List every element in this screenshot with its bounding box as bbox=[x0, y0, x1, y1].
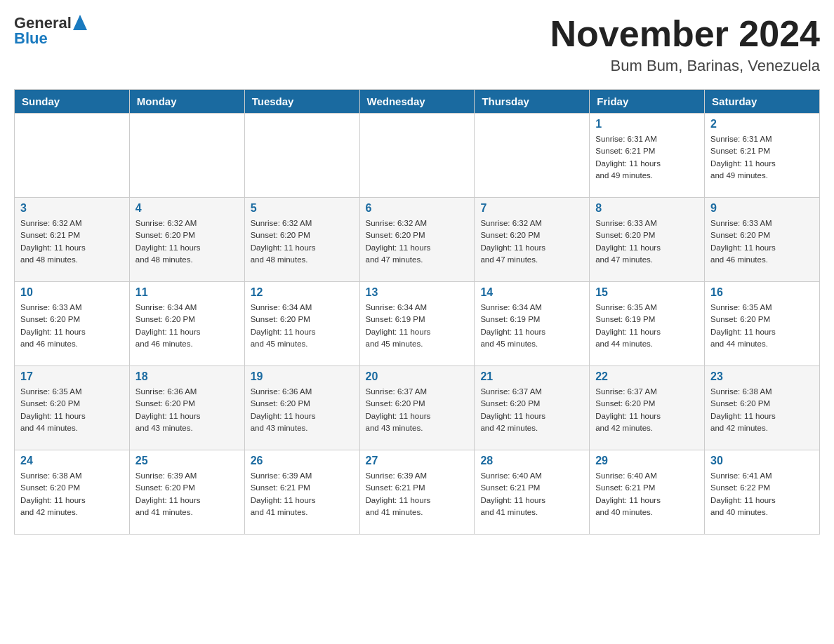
logo-blue-text: Blue bbox=[14, 29, 48, 48]
day-number: 11 bbox=[135, 286, 239, 299]
calendar-cell: 19Sunrise: 6:36 AM Sunset: 6:20 PM Dayli… bbox=[244, 366, 359, 450]
calendar-cell: 11Sunrise: 6:34 AM Sunset: 6:20 PM Dayli… bbox=[129, 282, 244, 366]
calendar-cell: 14Sunrise: 6:34 AM Sunset: 6:19 PM Dayli… bbox=[475, 282, 590, 366]
day-number: 7 bbox=[480, 202, 583, 215]
day-info: Sunrise: 6:39 AM Sunset: 6:21 PM Dayligh… bbox=[251, 470, 354, 518]
day-info: Sunrise: 6:40 AM Sunset: 6:21 PM Dayligh… bbox=[480, 470, 583, 518]
calendar-cell: 24Sunrise: 6:38 AM Sunset: 6:20 PM Dayli… bbox=[15, 450, 130, 535]
day-info: Sunrise: 6:37 AM Sunset: 6:20 PM Dayligh… bbox=[366, 386, 469, 434]
calendar-cell: 27Sunrise: 6:39 AM Sunset: 6:21 PM Dayli… bbox=[359, 450, 475, 535]
calendar-cell: 26Sunrise: 6:39 AM Sunset: 6:21 PM Dayli… bbox=[244, 450, 359, 535]
day-number: 13 bbox=[366, 286, 469, 299]
day-info: Sunrise: 6:32 AM Sunset: 6:20 PM Dayligh… bbox=[135, 217, 239, 266]
day-number: 10 bbox=[20, 286, 124, 299]
calendar-cell: 10Sunrise: 6:33 AM Sunset: 6:20 PM Dayli… bbox=[15, 282, 130, 366]
calendar-cell: 3Sunrise: 6:32 AM Sunset: 6:21 PM Daylig… bbox=[15, 198, 130, 282]
day-info: Sunrise: 6:41 AM Sunset: 6:22 PM Dayligh… bbox=[710, 470, 814, 518]
logo-triangle-icon bbox=[73, 15, 87, 30]
day-header-tuesday: Tuesday bbox=[244, 90, 359, 114]
day-info: Sunrise: 6:37 AM Sunset: 6:20 PM Dayligh… bbox=[480, 386, 583, 434]
calendar-cell: 20Sunrise: 6:37 AM Sunset: 6:20 PM Dayli… bbox=[359, 366, 475, 450]
calendar-cell: 1Sunrise: 6:31 AM Sunset: 6:21 PM Daylig… bbox=[590, 114, 705, 198]
day-number: 22 bbox=[595, 370, 699, 383]
calendar-cell: 9Sunrise: 6:33 AM Sunset: 6:20 PM Daylig… bbox=[705, 198, 820, 282]
day-number: 8 bbox=[595, 202, 699, 215]
calendar-week-3: 10Sunrise: 6:33 AM Sunset: 6:20 PM Dayli… bbox=[15, 282, 820, 366]
day-info: Sunrise: 6:34 AM Sunset: 6:19 PM Dayligh… bbox=[366, 302, 469, 350]
calendar-cell: 8Sunrise: 6:33 AM Sunset: 6:20 PM Daylig… bbox=[590, 198, 705, 282]
day-number: 20 bbox=[366, 370, 469, 383]
calendar-cell: 15Sunrise: 6:35 AM Sunset: 6:19 PM Dayli… bbox=[590, 282, 705, 366]
day-info: Sunrise: 6:34 AM Sunset: 6:19 PM Dayligh… bbox=[480, 302, 583, 350]
day-number: 16 bbox=[710, 286, 814, 299]
page-header: General Blue November 2024 Bum Bum, Bari… bbox=[14, 14, 820, 75]
day-info: Sunrise: 6:34 AM Sunset: 6:20 PM Dayligh… bbox=[135, 302, 239, 350]
day-info: Sunrise: 6:35 AM Sunset: 6:20 PM Dayligh… bbox=[710, 302, 814, 350]
day-number: 18 bbox=[135, 370, 239, 383]
day-info: Sunrise: 6:33 AM Sunset: 6:20 PM Dayligh… bbox=[20, 302, 124, 350]
logo: General Blue bbox=[14, 14, 87, 48]
calendar-header-row: SundayMondayTuesdayWednesdayThursdayFrid… bbox=[15, 90, 820, 114]
calendar-cell: 4Sunrise: 6:32 AM Sunset: 6:20 PM Daylig… bbox=[129, 198, 244, 282]
day-number: 6 bbox=[366, 202, 469, 215]
day-number: 26 bbox=[251, 455, 354, 467]
day-header-saturday: Saturday bbox=[705, 90, 820, 114]
month-title: November 2024 bbox=[550, 14, 820, 54]
day-info: Sunrise: 6:39 AM Sunset: 6:21 PM Dayligh… bbox=[366, 470, 469, 518]
day-info: Sunrise: 6:32 AM Sunset: 6:20 PM Dayligh… bbox=[251, 217, 354, 266]
calendar-cell bbox=[244, 114, 359, 198]
day-info: Sunrise: 6:32 AM Sunset: 6:20 PM Dayligh… bbox=[366, 217, 469, 266]
calendar-week-2: 3Sunrise: 6:32 AM Sunset: 6:21 PM Daylig… bbox=[15, 198, 820, 282]
day-number: 3 bbox=[20, 202, 124, 215]
calendar-cell: 5Sunrise: 6:32 AM Sunset: 6:20 PM Daylig… bbox=[244, 198, 359, 282]
day-info: Sunrise: 6:35 AM Sunset: 6:19 PM Dayligh… bbox=[595, 302, 699, 350]
day-info: Sunrise: 6:34 AM Sunset: 6:20 PM Dayligh… bbox=[251, 302, 354, 350]
location-title: Bum Bum, Barinas, Venezuela bbox=[550, 57, 820, 75]
calendar-cell bbox=[15, 114, 130, 198]
day-info: Sunrise: 6:31 AM Sunset: 6:21 PM Dayligh… bbox=[710, 133, 814, 182]
logo-inner: General Blue bbox=[14, 14, 87, 48]
day-number: 28 bbox=[480, 455, 583, 467]
title-section: November 2024 Bum Bum, Barinas, Venezuel… bbox=[550, 14, 820, 75]
calendar-week-1: 1Sunrise: 6:31 AM Sunset: 6:21 PM Daylig… bbox=[15, 114, 820, 198]
day-info: Sunrise: 6:31 AM Sunset: 6:21 PM Dayligh… bbox=[595, 133, 699, 182]
calendar-table: SundayMondayTuesdayWednesdayThursdayFrid… bbox=[14, 89, 820, 535]
calendar-cell: 29Sunrise: 6:40 AM Sunset: 6:21 PM Dayli… bbox=[590, 450, 705, 535]
day-number: 30 bbox=[710, 455, 814, 467]
day-number: 2 bbox=[710, 118, 814, 130]
day-info: Sunrise: 6:39 AM Sunset: 6:20 PM Dayligh… bbox=[135, 470, 239, 518]
svg-marker-0 bbox=[73, 15, 87, 30]
day-number: 24 bbox=[20, 455, 124, 467]
calendar-week-4: 17Sunrise: 6:35 AM Sunset: 6:20 PM Dayli… bbox=[15, 366, 820, 450]
day-header-wednesday: Wednesday bbox=[359, 90, 475, 114]
calendar-cell: 23Sunrise: 6:38 AM Sunset: 6:20 PM Dayli… bbox=[705, 366, 820, 450]
day-header-monday: Monday bbox=[129, 90, 244, 114]
day-info: Sunrise: 6:38 AM Sunset: 6:20 PM Dayligh… bbox=[20, 470, 124, 518]
day-number: 17 bbox=[20, 370, 124, 383]
day-info: Sunrise: 6:33 AM Sunset: 6:20 PM Dayligh… bbox=[595, 217, 699, 266]
day-info: Sunrise: 6:38 AM Sunset: 6:20 PM Dayligh… bbox=[710, 386, 814, 434]
day-info: Sunrise: 6:36 AM Sunset: 6:20 PM Dayligh… bbox=[251, 386, 354, 434]
day-number: 14 bbox=[480, 286, 583, 299]
day-header-thursday: Thursday bbox=[475, 90, 590, 114]
calendar-cell: 16Sunrise: 6:35 AM Sunset: 6:20 PM Dayli… bbox=[705, 282, 820, 366]
day-number: 12 bbox=[251, 286, 354, 299]
calendar-cell: 18Sunrise: 6:36 AM Sunset: 6:20 PM Dayli… bbox=[129, 366, 244, 450]
day-info: Sunrise: 6:40 AM Sunset: 6:21 PM Dayligh… bbox=[595, 470, 699, 518]
calendar-cell: 13Sunrise: 6:34 AM Sunset: 6:19 PM Dayli… bbox=[359, 282, 475, 366]
day-number: 19 bbox=[251, 370, 354, 383]
day-info: Sunrise: 6:35 AM Sunset: 6:20 PM Dayligh… bbox=[20, 386, 124, 434]
day-info: Sunrise: 6:37 AM Sunset: 6:20 PM Dayligh… bbox=[595, 386, 699, 434]
day-number: 29 bbox=[595, 455, 699, 467]
calendar-cell: 7Sunrise: 6:32 AM Sunset: 6:20 PM Daylig… bbox=[475, 198, 590, 282]
calendar-cell: 21Sunrise: 6:37 AM Sunset: 6:20 PM Dayli… bbox=[475, 366, 590, 450]
calendar-cell: 30Sunrise: 6:41 AM Sunset: 6:22 PM Dayli… bbox=[705, 450, 820, 535]
day-number: 4 bbox=[135, 202, 239, 215]
day-number: 5 bbox=[251, 202, 354, 215]
day-number: 1 bbox=[595, 118, 699, 130]
day-header-friday: Friday bbox=[590, 90, 705, 114]
calendar-cell: 22Sunrise: 6:37 AM Sunset: 6:20 PM Dayli… bbox=[590, 366, 705, 450]
day-number: 15 bbox=[595, 286, 699, 299]
calendar-cell bbox=[359, 114, 475, 198]
calendar-cell: 25Sunrise: 6:39 AM Sunset: 6:20 PM Dayli… bbox=[129, 450, 244, 535]
